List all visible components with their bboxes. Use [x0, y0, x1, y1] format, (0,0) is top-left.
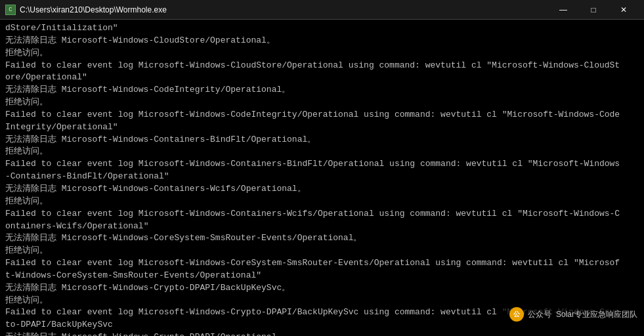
maximize-button[interactable]: □ — [578, 0, 609, 20]
titlebar-left: C C:\Users\xiran210\Desktop\Wormhole.exe — [5, 5, 167, 15]
titlebar-title: C:\Users\xiran210\Desktop\Wormhole.exe — [20, 5, 167, 14]
titlebar: C C:\Users\xiran210\Desktop\Wormhole.exe… — [0, 0, 644, 20]
minimize-button[interactable]: — — [548, 0, 578, 20]
close-button[interactable]: ✕ — [609, 0, 639, 20]
app-icon: C — [5, 5, 16, 15]
terminal-output: dStore/Initialization" 无法清除日志 Microsoft-… — [0, 20, 644, 336]
titlebar-controls[interactable]: — □ ✕ — [548, 0, 639, 20]
